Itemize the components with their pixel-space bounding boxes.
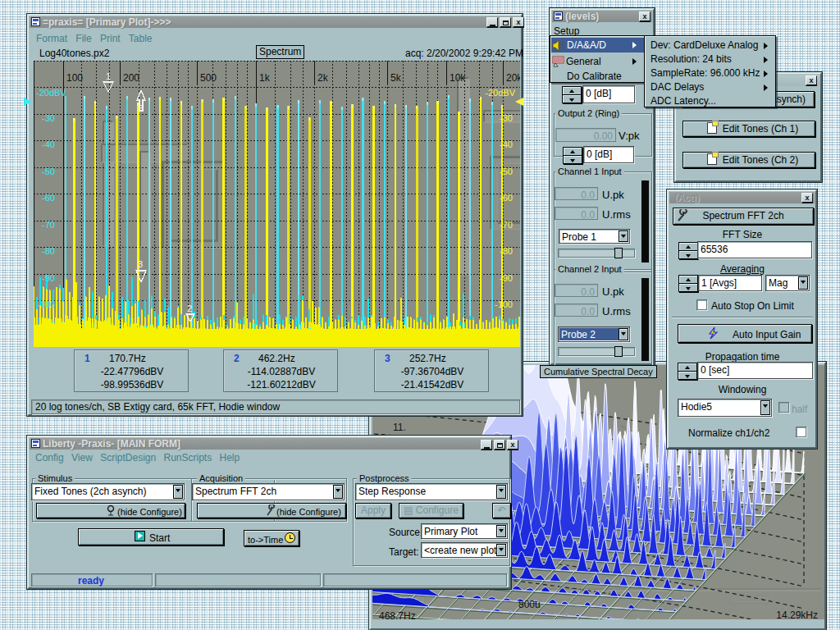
svg-text:468.7Hz: 468.7Hz bbox=[379, 610, 416, 619]
svg-text:20k: 20k bbox=[506, 72, 520, 84]
svg-text:10k: 10k bbox=[450, 72, 466, 84]
svg-text:-90: -90 bbox=[42, 273, 55, 283]
svg-text:11.: 11. bbox=[393, 422, 406, 433]
svg-text:2k: 2k bbox=[317, 72, 329, 84]
svg-text:-70: -70 bbox=[42, 220, 55, 230]
svg-text:-20dBV: -20dBV bbox=[485, 88, 515, 98]
svg-text:-50: -50 bbox=[500, 167, 513, 176]
svg-text:800u: 800u bbox=[518, 599, 541, 610]
svg-text:-60: -60 bbox=[500, 193, 513, 203]
svg-text:14.29kHz: 14.29kHz bbox=[776, 609, 818, 619]
svg-text:-80: -80 bbox=[500, 246, 513, 256]
svg-text:100: 100 bbox=[66, 72, 83, 84]
svg-text:-100: -100 bbox=[495, 299, 513, 309]
svg-text:-80: -80 bbox=[42, 246, 55, 256]
svg-text:500: 500 bbox=[200, 72, 217, 84]
svg-text:2: 2 bbox=[187, 304, 192, 313]
svg-text:-30: -30 bbox=[500, 113, 513, 123]
svg-text:3: 3 bbox=[138, 259, 143, 269]
svg-text:-30: -30 bbox=[42, 113, 55, 123]
svg-text:-90: -90 bbox=[500, 273, 513, 283]
svg-text:-70: -70 bbox=[500, 220, 513, 230]
svg-text:-60: -60 bbox=[42, 193, 55, 203]
svg-text:5k: 5k bbox=[390, 72, 402, 84]
svg-text:1k: 1k bbox=[259, 72, 271, 84]
svg-text:200: 200 bbox=[123, 72, 139, 84]
svg-text:1: 1 bbox=[106, 71, 111, 81]
svg-text:-20dBV: -20dBV bbox=[36, 88, 66, 98]
svg-text:-40: -40 bbox=[500, 139, 513, 149]
svg-text:-100: -100 bbox=[37, 299, 55, 309]
svg-text:-40: -40 bbox=[42, 139, 55, 149]
svg-text:-50: -50 bbox=[42, 167, 55, 176]
